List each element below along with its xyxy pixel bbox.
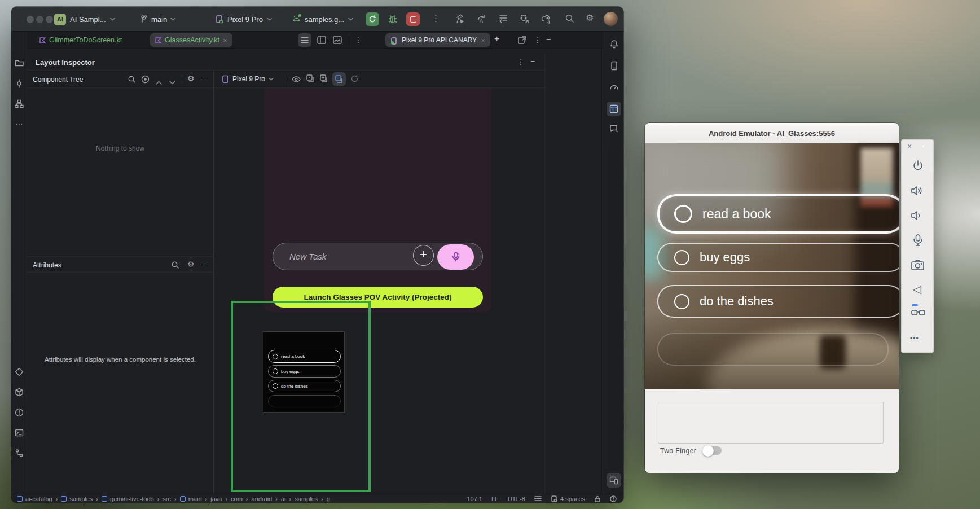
tree-collapse-button[interactable]	[169, 77, 175, 87]
notifications-button[interactable]	[609, 40, 619, 51]
profiler-button[interactable]	[455, 13, 466, 27]
touchpad-area[interactable]	[658, 402, 884, 444]
sidebar-item-vcs[interactable]	[15, 449, 24, 460]
exclamation-circle-icon[interactable]	[610, 495, 617, 502]
device-selector[interactable]: Pixel 9 Pro	[216, 12, 272, 26]
tree-visibility-button[interactable]	[141, 75, 150, 86]
sidebar-item-problems[interactable]	[15, 408, 24, 419]
mirror-visibility-button[interactable]	[292, 75, 301, 85]
emulator-more-button[interactable]: •••	[910, 335, 919, 343]
tree-expand-button[interactable]	[156, 77, 162, 87]
crumb-label[interactable]: ai	[281, 495, 286, 502]
layout-inspector-kebab[interactable]: ⋮	[517, 58, 525, 65]
sidebar-item-structure[interactable]	[15, 99, 24, 111]
emulator-screen[interactable]: read a book buy eggs do the dishes	[645, 143, 899, 389]
stop-button[interactable]	[406, 12, 420, 26]
glasses-button[interactable]	[911, 307, 926, 322]
sidebar-item-terminal[interactable]	[15, 428, 24, 440]
debug-button[interactable]	[387, 14, 398, 25]
editor-split-view-button[interactable]	[317, 36, 326, 46]
device-explorer-button[interactable]	[609, 61, 619, 73]
camera-button[interactable]	[911, 258, 925, 274]
volume-up-button[interactable]	[910, 184, 925, 200]
profiler-tool-button[interactable]	[609, 82, 619, 94]
crumb-label[interactable]: g	[327, 495, 330, 502]
back-button[interactable]: ◁	[913, 283, 921, 296]
breadcrumb[interactable]: ai-catalog › samples › gemini-live-todo …	[17, 495, 330, 502]
tree-settings-button[interactable]: ⚙	[187, 74, 195, 82]
mirrored-phone-screen[interactable]: New Task + Launch Glasses POV Activity (…	[264, 88, 491, 312]
mirror-screenshot-button[interactable]	[306, 74, 315, 85]
apply-code-changes-button[interactable]	[498, 13, 509, 27]
mirror-refresh-button[interactable]	[350, 74, 359, 85]
sidebar-item-more[interactable]: ⋯	[15, 120, 23, 128]
voice-input-button[interactable]	[437, 244, 474, 270]
tab-glassesactivity[interactable]: GlassesActivity.kt ×	[150, 33, 232, 47]
caret-position[interactable]: 107:1	[467, 495, 482, 502]
crumb-label[interactable]: samples	[295, 495, 318, 502]
layout-inspector-minimize[interactable]: −	[530, 57, 535, 65]
tab-glimmertodoscreen[interactable]: GlimmerToDoScreen.kt	[34, 32, 128, 49]
sidebar-item-build[interactable]	[15, 388, 24, 399]
editor-image-view-button[interactable]	[333, 36, 342, 46]
apply-changes-button[interactable]: A	[476, 13, 487, 27]
indent-icon[interactable]	[534, 495, 542, 502]
attributes-search-button[interactable]	[171, 261, 179, 271]
project-selector[interactable]: AI AI Sampl...	[54, 12, 115, 26]
window-zoom-button[interactable]	[46, 16, 53, 23]
avatar[interactable]	[604, 12, 618, 26]
crumb-label[interactable]: gemini-live-todo	[110, 495, 154, 502]
close-tab-icon[interactable]: ×	[481, 37, 485, 44]
mirror-record-button[interactable]	[320, 74, 328, 85]
editor-list-view-button[interactable]	[298, 33, 311, 47]
tree-hide-button[interactable]: −	[202, 74, 206, 82]
power-button[interactable]	[911, 159, 925, 175]
volume-down-button[interactable]	[910, 209, 925, 225]
run-more-kebab[interactable]: ⋮	[432, 14, 440, 23]
mirror-device-selector[interactable]: Pixel 9 Pro	[222, 73, 274, 85]
tree-search-button[interactable]	[128, 75, 136, 86]
attributes-settings-button[interactable]: ⚙	[187, 260, 195, 268]
attach-debugger-button[interactable]	[519, 13, 530, 27]
sidebar-item-commit[interactable]	[15, 79, 24, 90]
layout-inspector-tool-button[interactable]	[607, 102, 621, 116]
window-minimize-button[interactable]	[36, 16, 43, 23]
running-devices-minimize[interactable]: −	[546, 35, 551, 43]
crumb-label[interactable]: android	[252, 495, 273, 502]
indent-widget[interactable]: 4 spaces	[551, 495, 585, 502]
glasses-task-pill[interactable]: buy eggs	[657, 243, 899, 272]
crumb-label[interactable]: java	[210, 495, 222, 502]
add-task-button[interactable]: +	[413, 245, 434, 266]
settings-button[interactable]: ⚙	[586, 14, 594, 23]
run-config-selector[interactable]: samples.g...	[292, 12, 353, 26]
gradle-sync-button[interactable]	[540, 13, 553, 27]
window-close-button[interactable]	[27, 16, 34, 23]
app-insights-button[interactable]	[609, 124, 619, 136]
rerun-button[interactable]	[366, 12, 379, 26]
close-tab-icon[interactable]: ×	[223, 37, 227, 44]
editor-more-kebab[interactable]: ⋮	[354, 36, 362, 43]
emulator-toolbar-close[interactable]: ×	[907, 142, 912, 151]
crumb-label[interactable]: com	[231, 495, 243, 502]
branch-selector[interactable]: main	[140, 12, 175, 26]
running-devices-tab[interactable]: Pixel 9 Pro API CANARY ×	[385, 33, 490, 47]
two-finger-toggle[interactable]	[704, 446, 722, 455]
add-device-tab-button[interactable]: +	[494, 34, 499, 43]
glasses-task-pill[interactable]: do the dishes	[657, 285, 899, 318]
unlock-icon[interactable]	[594, 495, 601, 502]
crumb-label[interactable]: main	[188, 495, 202, 502]
file-encoding[interactable]: UTF-8	[508, 495, 525, 502]
crumb-label[interactable]: ai-catalog	[25, 495, 52, 502]
running-devices-tool-button[interactable]	[607, 473, 621, 488]
glasses-task-pill-selected[interactable]: read a book	[657, 194, 899, 234]
attributes-panel[interactable]: Attributes will display when a component…	[27, 273, 213, 494]
line-separator[interactable]: LF	[491, 495, 499, 502]
mirror-inspect-toggle[interactable]	[332, 72, 346, 86]
emulator-title-bar[interactable]: Android Emulator - AI_Glasses:5556	[645, 123, 899, 144]
crumb-label[interactable]: samples	[69, 495, 93, 502]
attributes-hide-button[interactable]: −	[202, 260, 206, 267]
sidebar-item-gem[interactable]	[15, 367, 24, 379]
running-devices-kebab[interactable]: ⋮	[534, 36, 542, 43]
microphone-button[interactable]	[912, 234, 924, 249]
sidebar-item-project[interactable]	[15, 59, 24, 69]
